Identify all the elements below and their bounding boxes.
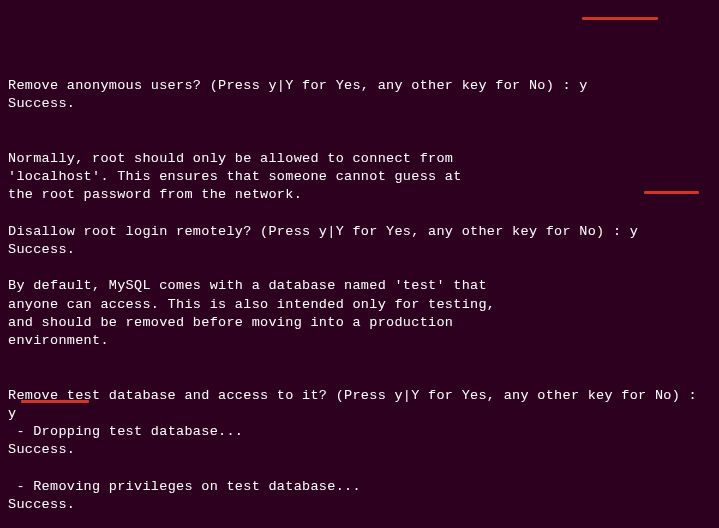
terminal-line: Success. (8, 95, 711, 113)
terminal-line: anyone can access. This is also intended… (8, 296, 711, 314)
terminal-line: - Removing privileges on test database..… (8, 478, 711, 496)
terminal-line: Disallow root login remotely? (Press y|Y… (8, 223, 711, 241)
annotation-underline-3 (21, 400, 89, 403)
terminal-line (8, 204, 711, 222)
terminal-line (8, 368, 711, 386)
annotation-underline-1 (582, 17, 658, 20)
terminal-line: environment. (8, 332, 711, 350)
terminal-line: By default, MySQL comes with a database … (8, 277, 711, 295)
annotation-underline-2 (644, 191, 699, 194)
terminal-line: and should be removed before moving into… (8, 314, 711, 332)
terminal-line: the root password from the network. (8, 186, 711, 204)
terminal-line: Remove anonymous users? (Press y|Y for Y… (8, 77, 711, 95)
terminal-line: Success. (8, 441, 711, 459)
terminal-line (8, 259, 711, 277)
terminal-line (8, 113, 711, 131)
terminal-line: - Dropping test database... (8, 423, 711, 441)
terminal-output[interactable]: Remove anonymous users? (Press y|Y for Y… (8, 77, 711, 528)
terminal-line (8, 459, 711, 477)
terminal-line: 'localhost'. This ensures that someone c… (8, 168, 711, 186)
terminal-line: Remove test database and access to it? (… (8, 387, 711, 423)
terminal-line (8, 350, 711, 368)
terminal-line (8, 514, 711, 528)
terminal-line (8, 132, 711, 150)
terminal-line: Normally, root should only be allowed to… (8, 150, 711, 168)
terminal-line: Success. (8, 241, 711, 259)
terminal-line: Success. (8, 496, 711, 514)
